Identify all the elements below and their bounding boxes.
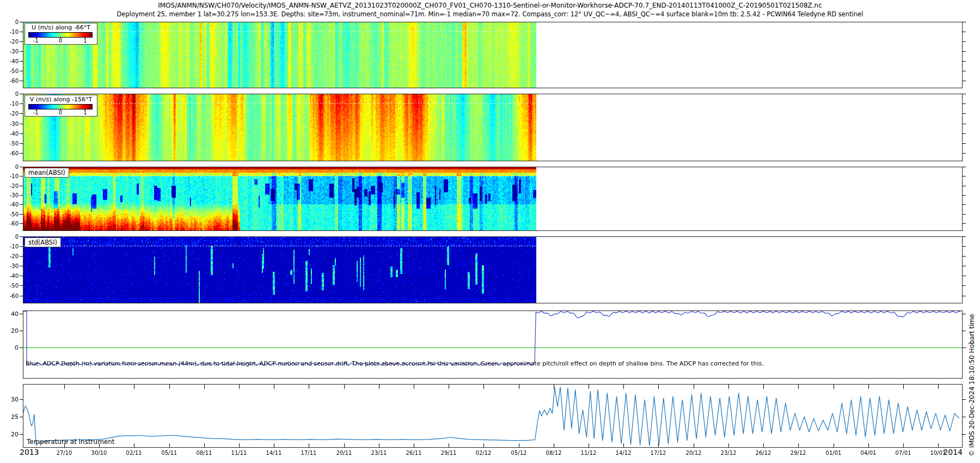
y-axis-tick-label: -10 bbox=[0, 29, 19, 35]
y-axis-tickmark-right bbox=[963, 276, 966, 276]
y-axis-tickmark-right bbox=[963, 195, 966, 196]
y-axis-tickmark-right bbox=[963, 51, 966, 52]
y-axis-tickmark-left bbox=[20, 51, 23, 52]
x-axis-date-label: 17/11 bbox=[301, 450, 317, 456]
panel-depth-variation: Blue: ADCP Depth (m) variation from sens… bbox=[23, 310, 963, 379]
x-axis-date-label: 10/01 bbox=[930, 450, 946, 456]
y-axis-tickmark-left bbox=[20, 417, 23, 417]
copyright-vertical-text: © IMOS 20-Dec-2024 18:10:50 Hobart time bbox=[968, 314, 976, 456]
x-axis-tickmark-top bbox=[903, 385, 904, 389]
y-axis-tick-label: -40 bbox=[0, 202, 19, 208]
y-axis-tickmark-right bbox=[963, 113, 966, 114]
y-axis-tickmark-left bbox=[20, 331, 23, 331]
y-axis-tickmark-right bbox=[963, 266, 966, 266]
x-axis-tickmark-bottom bbox=[798, 443, 799, 447]
v-legend-title: V (m/s) along -156°T bbox=[25, 96, 97, 103]
absi-mean-label: mean(ABSI) bbox=[24, 168, 69, 178]
x-axis-date-label: 08/11 bbox=[197, 450, 212, 456]
y-axis-tickmark-right bbox=[963, 94, 966, 94]
y-axis-tick-label: 0 bbox=[0, 344, 19, 351]
y-axis-tickmark-left bbox=[20, 32, 23, 32]
panel-absi-std: std(ABSI) bbox=[23, 236, 963, 303]
panel-temperature: Temperature at instrument bbox=[23, 384, 963, 448]
y-axis-tickmark-left bbox=[20, 41, 23, 42]
y-axis-tickmark-right bbox=[963, 214, 966, 215]
y-axis-tickmark-right bbox=[963, 296, 966, 296]
y-axis-tick-label: 0 bbox=[0, 91, 19, 97]
x-axis-date-label: 04/01 bbox=[861, 450, 877, 456]
y-axis-tickmark-right bbox=[963, 314, 966, 314]
x-axis-tickmark-top bbox=[239, 385, 240, 389]
u-velocity-legend: U (m/s) along -66°T -1 0 1 bbox=[24, 23, 97, 45]
y-axis-tick-label: -30 bbox=[0, 263, 19, 269]
x-axis-tickmark-top bbox=[763, 385, 764, 389]
colorbar-tickmark bbox=[60, 37, 61, 39]
y-axis-tickmark-left bbox=[20, 124, 23, 124]
x-axis-tickmark-top bbox=[658, 385, 659, 389]
y-axis-tickmark-left bbox=[20, 399, 23, 400]
x-axis-date-label: 07/01 bbox=[896, 450, 911, 456]
x-axis-date-label: 20/12 bbox=[686, 450, 702, 456]
x-axis-tickmark-top bbox=[519, 385, 519, 389]
colorbar-tickmark bbox=[85, 109, 85, 111]
y-axis-tickmark-left bbox=[20, 113, 23, 114]
y-axis-tickmark-right bbox=[963, 22, 966, 22]
y-axis-tickmark-left bbox=[20, 153, 23, 154]
x-axis-date-label: 05/11 bbox=[162, 450, 177, 456]
temperature-label: Temperature at instrument bbox=[27, 438, 115, 446]
x-axis-tickmark-bottom bbox=[938, 443, 939, 447]
y-axis-tickmark-left bbox=[20, 81, 23, 81]
y-axis-tickmark-right bbox=[963, 223, 966, 224]
x-axis-date-label: 23/11 bbox=[371, 450, 387, 456]
x-axis-tickmark-top bbox=[414, 385, 414, 389]
x-axis-tickmark-top bbox=[483, 385, 484, 389]
y-axis-tickmark-left bbox=[20, 143, 23, 144]
v-colorbar-ticks: -1 0 1 bbox=[28, 109, 93, 116]
x-axis-tickmark-bottom bbox=[728, 443, 729, 447]
y-axis-tickmark-right bbox=[963, 246, 966, 247]
y-axis-tickmark-left bbox=[20, 186, 23, 186]
x-axis-date-label: 02/11 bbox=[126, 450, 142, 456]
y-axis-tickmark-right bbox=[963, 331, 966, 331]
y-axis-tickmark-right bbox=[963, 236, 966, 237]
y-axis-tickmark-right bbox=[963, 41, 966, 42]
u-legend-title: U (m/s) along -66°T bbox=[25, 24, 97, 31]
y-axis-tickmark-left bbox=[20, 71, 23, 71]
y-axis-tick-label: -40 bbox=[0, 131, 19, 137]
y-axis-tickmark-left bbox=[20, 296, 23, 296]
x-axis-tickmark-bottom bbox=[623, 443, 624, 447]
y-axis-tick-label: -50 bbox=[0, 68, 19, 74]
y-axis-tick-label: -10 bbox=[0, 101, 19, 107]
y-axis-tickmark-right bbox=[963, 143, 966, 144]
x-axis-tickmark-top bbox=[798, 385, 799, 389]
temperature-line-chart bbox=[23, 385, 962, 447]
colorbar-tickmark bbox=[36, 109, 36, 111]
x-axis-date-label: 26/11 bbox=[406, 450, 422, 456]
y-axis-tick-label: 20 bbox=[0, 327, 19, 334]
x-axis-date-label: 01/01 bbox=[826, 450, 842, 456]
absi-mean-heatmap bbox=[23, 167, 962, 230]
x-axis-tickmark-top bbox=[309, 385, 309, 389]
x-axis-date-label: 17/12 bbox=[651, 450, 666, 456]
x-axis-tickmark-top bbox=[554, 385, 554, 389]
y-axis-tickmark-left bbox=[20, 246, 23, 247]
x-axis-tickmark-top bbox=[204, 385, 205, 389]
u-velocity-heatmap bbox=[23, 22, 962, 88]
x-axis-tickmark-top bbox=[623, 385, 624, 389]
colorbar-tickmark bbox=[36, 37, 36, 39]
y-axis-tick-label: 20 bbox=[0, 431, 19, 438]
x-axis-tickmark-bottom bbox=[169, 443, 170, 447]
x-axis-tickmark-top bbox=[834, 385, 834, 389]
x-axis-date-label: 14/12 bbox=[616, 450, 632, 456]
y-axis-tick-label: 0 bbox=[0, 234, 19, 240]
y-axis-tickmark-right bbox=[963, 186, 966, 186]
y-axis-tick-label: -30 bbox=[0, 48, 19, 54]
x-axis-tickmark-bottom bbox=[414, 443, 414, 447]
y-axis-tick-label: -20 bbox=[0, 111, 19, 117]
x-axis-tickmark-bottom bbox=[204, 443, 205, 447]
y-axis-tick-label: -30 bbox=[0, 192, 19, 198]
u-colorbar-ticks: -1 0 1 bbox=[28, 37, 93, 44]
y-axis-tickmark-left bbox=[20, 276, 23, 276]
x-axis-date-label: 30/10 bbox=[91, 450, 107, 456]
x-axis-tickmark-top bbox=[99, 385, 100, 389]
